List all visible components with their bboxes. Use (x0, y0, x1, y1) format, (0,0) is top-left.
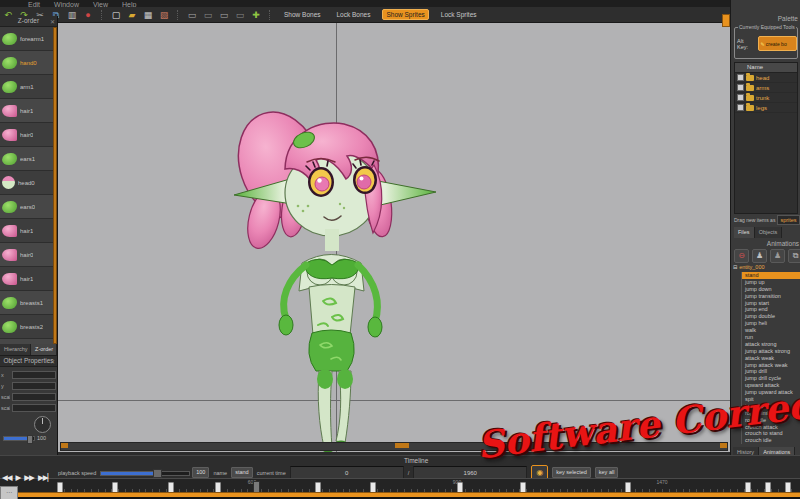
alpha-slider-knob[interactable] (27, 435, 33, 444)
fast-forward-button[interactable]: ▶▶ (24, 473, 34, 482)
property-input-scale[interactable] (12, 404, 56, 412)
show-bones-button[interactable]: Show Bones (280, 9, 325, 20)
save-icon[interactable]: ▦ (142, 9, 154, 21)
animation-item[interactable]: jump up (741, 279, 800, 286)
zorder-item[interactable]: forearm1 (0, 27, 53, 51)
zorder-item[interactable]: hair1 (0, 267, 53, 291)
object-properties-panel: Object Properties ✕ xyscalescale 100 (0, 355, 57, 461)
window-layout-icon-3[interactable]: ▭ (218, 9, 230, 21)
animation-name-field[interactable]: stand (231, 467, 252, 478)
rewind-button[interactable]: ◀◀ (2, 473, 12, 482)
window-layout-icon-4[interactable]: ▭ (234, 9, 246, 21)
open-folder-icon[interactable]: ▰ (126, 9, 138, 21)
zorder-panel-title[interactable]: Z-order ✕ (0, 16, 57, 27)
zorder-item[interactable]: hand0 (0, 51, 53, 75)
checkbox[interactable] (737, 84, 744, 91)
tab-z-order[interactable]: Z-order (31, 344, 57, 355)
zorder-item[interactable]: hair0 (0, 123, 53, 147)
lock-bones-button[interactable]: Lock Bones (333, 9, 375, 20)
copy-animation-icon[interactable]: ⧉ (788, 249, 800, 263)
character-sprite[interactable] (228, 103, 443, 452)
zorder-item[interactable]: breasts1 (0, 291, 53, 315)
angle-dial[interactable] (34, 416, 51, 433)
zorder-item[interactable]: hair0 (0, 243, 53, 267)
tab-hierarchy[interactable]: Hierarchy (0, 344, 31, 355)
close-icon[interactable]: ✕ (50, 17, 55, 27)
scroll-right-handle[interactable] (720, 443, 727, 448)
animation-item[interactable]: jump attack weak (741, 362, 800, 369)
menu-item-view[interactable]: View (93, 0, 108, 7)
animation-item[interactable]: jump attack strong (741, 348, 800, 355)
panel-splitter-handle[interactable] (722, 14, 730, 27)
canvas-workspace[interactable] (58, 23, 730, 452)
alpha-slider[interactable] (3, 436, 35, 441)
tab-files[interactable]: Files (734, 227, 755, 238)
animation-item[interactable]: attack strong (741, 341, 800, 348)
playback-speed-slider[interactable] (100, 469, 188, 476)
zorder-item[interactable]: head0 (0, 171, 53, 195)
fullscreen-icon[interactable]: ✚ (250, 9, 262, 21)
object-properties-title[interactable]: Object Properties ✕ (0, 356, 57, 367)
delete-animation-icon[interactable]: ⊖ (734, 249, 749, 263)
folder-row-trunk[interactable]: trunk (735, 93, 797, 103)
timeline-corner-handle[interactable]: ⋯ (0, 486, 18, 499)
zorder-scrollbar[interactable] (53, 27, 57, 344)
animation-item[interactable]: walk (741, 327, 800, 334)
play-button[interactable]: ▶ (16, 473, 21, 482)
checkbox[interactable] (737, 74, 744, 81)
skip-end-button[interactable]: ▶▶▏ (38, 473, 52, 482)
animation-item[interactable]: crouch idle (741, 437, 800, 444)
new-animation-icon[interactable]: ♟ (752, 249, 767, 263)
export-image-icon[interactable]: ▧ (158, 9, 170, 21)
scroll-left-handle[interactable] (61, 443, 68, 448)
zorder-item[interactable]: arm1 (0, 75, 53, 99)
speed-knob[interactable] (153, 469, 162, 478)
scroll-thumb[interactable] (395, 443, 409, 448)
zorder-item[interactable]: ears0 (0, 195, 53, 219)
tree-expander-icon[interactable]: ⊟ (733, 264, 738, 270)
playback-speed-value[interactable]: 100 (192, 467, 209, 478)
animation-item[interactable]: jump double (741, 313, 800, 320)
paste-icon[interactable]: ▥ (66, 9, 78, 21)
menu-item-help[interactable]: Help (122, 0, 136, 7)
animation-item[interactable]: jump start (741, 300, 800, 307)
menu-item-edit[interactable]: Edit (28, 0, 40, 7)
animation-item[interactable]: jump end (741, 306, 800, 313)
menu-item-window[interactable]: Window (54, 0, 79, 7)
folder-row-legs[interactable]: legs (735, 103, 797, 113)
zorder-item[interactable]: hair1 (0, 99, 53, 123)
animation-item[interactable]: jump transition (741, 293, 800, 300)
zorder-item[interactable]: hair1 (0, 219, 53, 243)
zorder-item[interactable]: breasts2 (0, 315, 53, 339)
create-bone-button[interactable]: ✎ create bo (758, 36, 797, 51)
animation-item[interactable]: attack weak (741, 355, 800, 362)
animation-item[interactable]: jump drill cycle (741, 375, 800, 382)
key-selected-button[interactable]: key selected (552, 467, 591, 478)
folder-row-head[interactable]: head (735, 73, 797, 83)
drag-new-items-dropdown[interactable]: sprites (777, 215, 799, 225)
folder-row-arms[interactable]: arms (735, 83, 797, 93)
property-input-y[interactable] (12, 382, 56, 390)
show-sprites-button[interactable]: Show Sprites (382, 9, 428, 20)
lock-sprites-button[interactable]: Lock Sprites (437, 9, 481, 20)
animation-item[interactable]: jump heli (741, 320, 800, 327)
new-file-icon[interactable]: ▢ (110, 9, 122, 21)
animation-item[interactable]: run (741, 334, 800, 341)
animation-item[interactable]: jump down (741, 286, 800, 293)
window-layout-icon-1[interactable]: ▭ (186, 9, 198, 21)
animation-item[interactable]: stand (741, 272, 800, 279)
key-all-button[interactable]: key all (595, 467, 619, 478)
record-icon[interactable]: ● (82, 9, 94, 21)
window-layout-icon-2[interactable]: ▭ (202, 9, 214, 21)
animation-item[interactable]: jump drill (741, 368, 800, 375)
entity-row[interactable]: ⊟ entity_000 (733, 264, 765, 270)
checkbox[interactable] (737, 104, 744, 111)
tab-objects[interactable]: Objects (755, 227, 783, 238)
zorder-item[interactable]: ears1 (0, 147, 53, 171)
property-input-scale[interactable] (12, 393, 56, 401)
timeline-ruler[interactable]: 6009001470 (0, 478, 800, 493)
property-input-x[interactable] (12, 371, 56, 379)
close-icon[interactable]: ✕ (50, 357, 55, 367)
checkbox[interactable] (737, 94, 744, 101)
duplicate-animation-icon[interactable]: ♟ (770, 249, 785, 263)
